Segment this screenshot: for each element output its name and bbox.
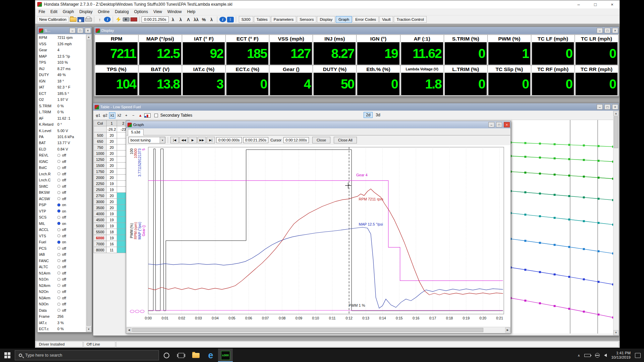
table-row-label[interactable]: 7000	[94, 241, 107, 247]
table-cell[interactable]: 20	[107, 163, 117, 169]
table-cell[interactable]: 20	[107, 175, 117, 181]
sensor-row[interactable]: O21.97 V	[38, 97, 86, 103]
display-close-button[interactable]: ×	[612, 28, 618, 33]
sensor-minimize-button[interactable]: –	[69, 28, 75, 33]
graph-preset-select[interactable]: boost tuning ▼	[128, 137, 165, 143]
table-window-titlebar[interactable]: Table - Low Speed Fuel – □ ×	[93, 103, 619, 111]
sensor-row[interactable]: IGNCoff	[38, 159, 86, 165]
table-cell[interactable]: 20	[107, 199, 117, 205]
go-start-button[interactable]: |◀	[170, 137, 179, 143]
sensor-row[interactable]: VTSoff	[38, 233, 86, 239]
new-calibration-button[interactable]: New Calibration	[37, 16, 69, 22]
smanager-taskbar-button[interactable]: s300	[218, 349, 233, 362]
fast-forward-button[interactable]: ▶▶	[198, 137, 206, 143]
sensor-row[interactable]: Gear4	[38, 47, 86, 53]
tray-expand-icon[interactable]: ∧	[578, 354, 580, 357]
table-cell[interactable]: 20	[107, 138, 117, 144]
toolbar-button-graph[interactable]: Graph	[336, 16, 352, 23]
scroll-down-icon[interactable]: ▼	[86, 327, 91, 332]
table-cell[interactable]: 19	[107, 223, 117, 229]
print-icon[interactable]	[85, 18, 92, 21]
table-cell[interactable]: 20	[107, 169, 117, 175]
table-row-label[interactable]: 4000	[94, 211, 107, 217]
table-row-label[interactable]: 5500	[94, 229, 107, 235]
sensor-row[interactable]: N1Onoff	[38, 276, 86, 282]
sensor-row[interactable]: PSPon	[38, 202, 86, 208]
sensor-row[interactable]: ALTCoff	[38, 264, 86, 270]
minimize-button[interactable]: –	[571, 0, 586, 8]
menu-item-graph[interactable]: Graph	[60, 9, 76, 15]
table-cell[interactable]: 19	[107, 217, 117, 223]
table-row-label[interactable]: 2750	[94, 193, 107, 199]
sensor-row[interactable]: K.Level5.00 V	[38, 127, 86, 133]
phi2-icon[interactable]: φ2	[102, 112, 108, 119]
menu-item-file[interactable]: File	[36, 9, 48, 15]
graph-restore-button[interactable]: □	[496, 122, 502, 127]
sensor-row[interactable]: N2Armoff	[38, 282, 86, 288]
chart-icon[interactable]	[144, 113, 151, 118]
graph-close-button[interactable]: ×	[504, 122, 510, 127]
toolbar-button-s300[interactable]: S300	[239, 16, 253, 23]
sensor-close-button[interactable]: ×	[85, 28, 91, 33]
sensor-row[interactable]: S.TRIM0 %	[38, 103, 86, 109]
go-end-button[interactable]: ▶|	[207, 137, 215, 143]
table-cell[interactable]: 11	[107, 247, 117, 253]
lambda-play-icon[interactable]: λ	[170, 16, 176, 23]
lambda2-icon[interactable]: λ2	[116, 112, 122, 119]
play-button[interactable]: ▶	[189, 137, 197, 143]
sensor-row[interactable]: REVLoff	[38, 152, 86, 158]
sensor-row[interactable]: ACSWoff	[38, 196, 86, 202]
sensor-row[interactable]: RPM7211 rpm	[38, 35, 86, 41]
flag-icon[interactable]: ▲	[137, 112, 144, 119]
upload-icon[interactable]: ↑	[96, 16, 103, 23]
sensor-row[interactable]: ECT.c0 %	[38, 326, 86, 332]
table-row-label[interactable]: 1250	[94, 157, 107, 163]
scroll-thumb[interactable]	[87, 40, 91, 326]
sensor-row[interactable]: BstCoff	[38, 165, 86, 171]
title-bar[interactable]: Hondata SManager 2.7.3.0 - Z:\Desktop\Wi…	[35, 0, 620, 8]
volume-icon[interactable]	[604, 354, 607, 357]
subtract-icon[interactable]: −	[130, 112, 137, 119]
menu-item-window[interactable]: Window	[165, 9, 184, 15]
scroll-thumb[interactable]	[614, 116, 618, 148]
sensor-row[interactable]: IAT92.3 ° F	[38, 84, 86, 90]
action-center-icon[interactable]	[635, 353, 641, 358]
sensor-row[interactable]: Dataoff	[38, 307, 86, 313]
phi1-icon[interactable]: φ1	[95, 112, 101, 119]
graph-hscrollbar[interactable]: ◀ ▶	[126, 327, 510, 333]
sensor-row[interactable]: Lnch.Coff	[38, 177, 86, 183]
sensor-row[interactable]: SCSoff	[38, 214, 86, 220]
scroll-up-icon[interactable]: ▲	[86, 35, 91, 40]
close-graph-button[interactable]: Close	[312, 137, 330, 143]
sensor-row[interactable]: L.TRIM0 %	[38, 109, 86, 115]
bluetooth-icon[interactable]: ᛒ	[227, 17, 234, 22]
toolbar-button-sensors[interactable]: Sensors	[297, 16, 316, 23]
menu-item-datalog[interactable]: Datalog	[112, 9, 131, 15]
menu-item-help[interactable]: Help	[184, 9, 198, 15]
view-3d-button[interactable]: 3d	[373, 112, 382, 118]
lambda-pair-icon[interactable]: λλ	[193, 16, 200, 23]
display-restore-button[interactable]: □	[604, 28, 610, 33]
table-row-label[interactable]: 2250	[94, 181, 107, 187]
scroll-right-icon[interactable]: ▶	[505, 327, 510, 333]
menu-item-display[interactable]: Display	[76, 9, 95, 15]
close-button[interactable]: ×	[605, 0, 620, 8]
table-cell[interactable]: 20	[107, 157, 117, 163]
secondary-tables-checkbox[interactable]	[154, 114, 158, 117]
lambda-up-icon[interactable]: Λ	[185, 16, 192, 23]
menu-item-view[interactable]: View	[151, 9, 165, 15]
table-close-button[interactable]: ×	[612, 104, 618, 110]
toolbar-button-error-codes[interactable]: Error Codes	[353, 16, 379, 23]
sensor-row[interactable]: ELD0.84 V	[38, 146, 86, 152]
datalog-tab[interactable]: 5.s3d	[128, 129, 144, 135]
table-row-label[interactable]: 5000	[94, 223, 107, 229]
sensor-row[interactable]: Lnch.Roff	[38, 171, 86, 177]
sensor-row[interactable]: Frame256	[38, 313, 86, 319]
graph-window-titlebar[interactable]: Graph – □ ×	[126, 121, 511, 128]
table-minimize-button[interactable]: –	[597, 104, 603, 110]
menu-item-online[interactable]: Online	[95, 9, 112, 15]
camera-icon[interactable]	[123, 17, 129, 21]
sensor-row[interactable]: ACCLoff	[38, 227, 86, 233]
scroll-thumb[interactable]	[132, 328, 483, 332]
table-restore-button[interactable]: □	[604, 104, 610, 110]
